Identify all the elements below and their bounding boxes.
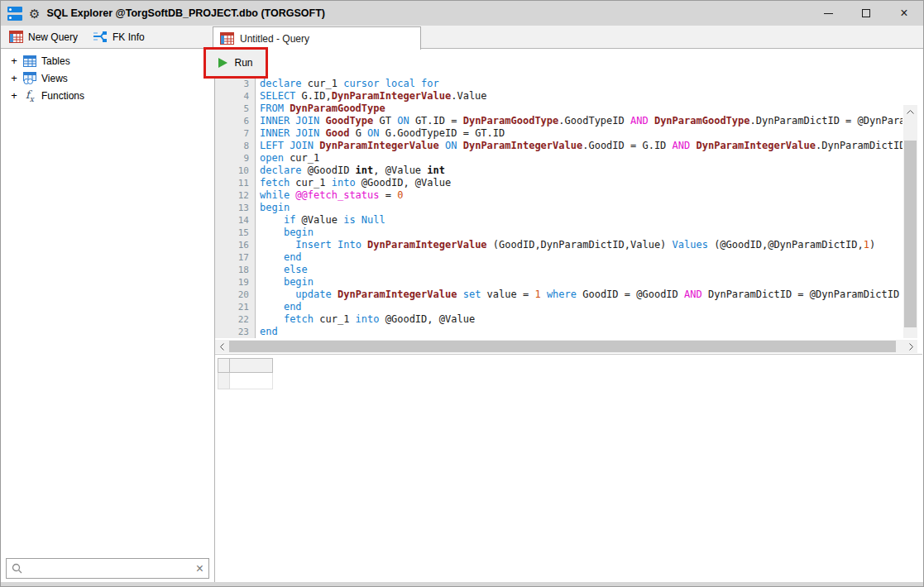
minimize-button[interactable] [809,1,847,26]
view-icon [23,72,36,84]
line-number: 3 [215,78,249,90]
line-number: 7 [215,127,249,140]
vertical-scroll-thumb[interactable] [904,141,917,327]
tree-item-label: Functions [41,90,84,102]
scroll-up-arrow-icon[interactable] [903,105,917,118]
tab-label: Untitled - Query [240,33,309,45]
maximize-icon [862,9,870,17]
code-line: begin [260,202,902,214]
code-line: INNER JOIN GoodType GT ON GT.ID = DynPar… [260,115,902,127]
expand-icon[interactable]: + [10,73,18,84]
minimize-icon [824,13,833,14]
line-number: 10 [215,165,249,177]
grid-column-header[interactable] [230,359,273,373]
line-number: 13 [215,202,249,214]
tree-item-label: Views [41,73,68,84]
line-number: 14 [215,214,249,227]
scroll-left-arrow-icon[interactable] [215,340,228,353]
expand-icon[interactable]: + [10,90,18,101]
line-number: 22 [215,313,249,326]
tab-bar: New Query FK Info Untitled - Query [1,26,923,49]
results-pane [215,354,922,582]
line-number: 4 [215,90,249,103]
line-number: 16 [215,239,249,251]
line-number: 20 [215,289,249,301]
grid-row-header[interactable] [218,373,230,389]
code-line: SELECT G.ID,DynParamIntegerValue.Value [260,90,902,103]
fk-info-button[interactable]: FK Info [88,26,150,48]
results-grid [218,358,273,389]
scroll-right-arrow-icon[interactable] [904,340,917,353]
play-icon [218,58,227,68]
fk-info-label: FK Info [113,31,145,43]
code-line: declare @GoodID int, @Value int [260,165,902,177]
tree-item-functions[interactable]: + fx Functions [2,87,214,104]
new-query-label: New Query [28,31,78,43]
query-tab-icon [220,32,234,45]
function-icon: fx [23,88,36,103]
grid-corner-cell[interactable] [218,359,230,373]
run-label: Run [234,57,252,69]
table-row [218,373,273,389]
sidebar-search-box: × [6,558,209,579]
line-number: 8 [215,140,249,152]
code-line: open cur_1 [260,152,902,165]
window-frame-bottom [1,582,923,586]
sql-editor[interactable]: 34567891011121314151617181920212223 decl… [215,77,922,338]
title-bar: ⚙ SQL Explorer @TorgSoftDB_PROJECT.dbo (… [1,1,923,26]
code-line: begin [260,276,902,289]
code-line: declare cur_1 cursor local for [260,78,902,90]
table-icon [23,55,36,67]
code-line: begin [260,227,902,239]
expand-icon[interactable]: + [10,55,18,66]
tree-item-tables[interactable]: + Tables [2,52,214,69]
code-line: INNER JOIN Good G ON G.GoodTypeID = GT.I… [260,127,902,140]
vertical-scrollbar[interactable] [903,105,917,338]
run-button-highlight-annotation: Run [203,47,268,79]
app-window: ⚙ SQL Explorer @TorgSoftDB_PROJECT.dbo (… [0,0,924,587]
tab-untitled-query[interactable]: Untitled - Query [213,26,421,50]
new-query-button[interactable]: New Query [4,26,83,48]
tree-item-label: Tables [41,55,70,67]
run-button[interactable]: Run [206,50,266,76]
gear-icon[interactable]: ⚙ [29,7,40,20]
query-pane: Run 34567891011121314151617181920212223 … [215,49,922,582]
code-line: FROM DynParamGoodType [260,103,902,115]
code-line: LEFT JOIN DynParamIntegerValue ON DynPar… [260,140,902,152]
line-number: 6 [215,115,249,127]
grid-cell[interactable] [230,373,273,389]
line-number: 19 [215,276,249,289]
code-line: fetch cur_1 into @GoodID, @Value [260,177,902,189]
line-number: 23 [215,326,249,338]
search-input[interactable] [27,563,191,575]
window-title: SQL Explorer @TorgSoftDB_PROJECT.dbo (TO… [46,7,325,19]
code-line: if @Value is Null [260,214,902,227]
code-lines[interactable]: declare cur_1 cursor local forSELECT G.I… [256,77,902,338]
line-number: 15 [215,227,249,239]
code-line: update DynParamIntegerValue set value = … [260,289,902,301]
code-line: end [260,326,902,338]
line-number: 9 [215,152,249,165]
line-number: 17 [215,251,249,264]
line-number: 12 [215,189,249,202]
fk-info-icon [93,31,108,43]
app-icon [7,7,22,21]
line-number: 18 [215,264,249,276]
maximize-button[interactable] [847,1,885,26]
close-button[interactable]: × [885,1,923,26]
code-line: end [260,301,902,313]
line-number: 5 [215,103,249,115]
object-explorer-sidebar: + Tables + Views [2,49,214,582]
search-clear-icon[interactable]: × [196,562,203,575]
line-number: 11 [215,177,249,189]
search-icon [12,563,22,574]
tree-item-views[interactable]: + Views [2,69,214,87]
horizontal-scrollbar[interactable] [215,340,917,353]
code-line: fetch cur_1 into @GoodID, @Value [260,313,902,326]
object-tree: + Tables + Views [2,49,214,104]
code-line: Insert Into DynParamIntegerValue (GoodID… [260,239,902,251]
code-line: else [260,264,902,276]
horizontal-scroll-thumb[interactable] [229,341,896,352]
gutter: 34567891011121314151617181920212223 [215,77,256,338]
code-line: end [260,251,902,264]
